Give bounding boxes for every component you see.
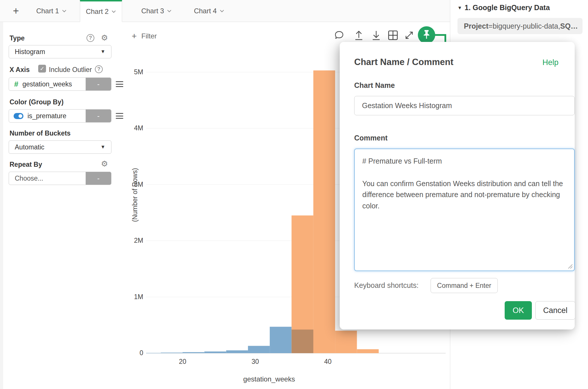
table-view-icon[interactable] <box>387 29 399 42</box>
include-outlier-checkbox[interactable]: ✓ <box>38 65 46 73</box>
filter-label[interactable]: Filter <box>142 32 157 40</box>
tab-label: Chart 4 <box>194 7 217 15</box>
x-axis-menu-icon[interactable] <box>116 81 123 87</box>
x-axis-tick: 30 <box>247 358 264 366</box>
histogram-bar[interactable] <box>335 331 357 353</box>
buckets-select[interactable]: Automatic ▼ <box>9 140 111 154</box>
color-field-name: is_premature <box>27 112 66 120</box>
download-icon[interactable] <box>370 29 383 42</box>
chevron-down-icon <box>111 10 116 13</box>
tab-label: Chart 3 <box>141 7 164 15</box>
chevron-down-icon: ▼ <box>100 49 105 55</box>
keyboard-shortcuts-label: Keyboard shortcuts: <box>354 281 418 290</box>
add-chart-button[interactable]: + <box>9 0 23 22</box>
type-gear-icon[interactable]: ⚙ <box>101 34 108 42</box>
y-axis-tick: 1M <box>123 293 143 301</box>
chart-name-comment-dialog: Chart Name / Comment Help Chart Name Com… <box>340 42 575 329</box>
histogram-bar[interactable] <box>313 71 335 353</box>
color-remove-button[interactable]: - <box>86 109 111 123</box>
x-axis-field-name: gestation_weeks <box>22 80 72 88</box>
x-axis-field-pill[interactable]: # gestation_weeks - <box>9 77 111 91</box>
boolean-type-icon <box>14 113 23 119</box>
help-link[interactable]: Help <box>542 58 558 67</box>
data-source-step-header[interactable]: ▾ 1. Google BigQuery Data <box>458 3 550 12</box>
summary-equals: = <box>488 22 493 30</box>
data-source-step-title: 1. Google BigQuery Data <box>465 3 550 12</box>
buckets-label: Number of Buckets <box>10 129 71 137</box>
outlier-help-icon[interactable]: ? <box>95 65 103 73</box>
left-gutter <box>0 22 3 389</box>
dialog-title: Chart Name / Comment <box>354 57 453 67</box>
y-axis-tick: 2M <box>123 237 143 244</box>
x-axis-remove-button[interactable]: - <box>86 77 111 91</box>
x-axis-label: X Axis <box>10 66 30 74</box>
tab-chart-2-active[interactable]: Chart 2 <box>80 0 122 22</box>
chevron-down-icon <box>62 10 67 12</box>
chart-name-input[interactable] <box>354 96 575 115</box>
summary-project-label: Project <box>464 22 488 30</box>
chevron-down-icon <box>220 10 224 12</box>
histogram-bar[interactable] <box>161 353 183 353</box>
type-label: Type <box>10 34 25 42</box>
chart-name-label: Chart Name <box>354 81 395 90</box>
x-axis-tick: 20 <box>174 358 191 366</box>
histogram-bar[interactable] <box>146 353 161 353</box>
chart-settings-sidebar: Type ? ⚙ Histogram ▼ X Axis ✓ Include Ou… <box>3 22 122 389</box>
expand-icon[interactable] <box>403 29 416 42</box>
histogram-bar[interactable] <box>292 329 313 353</box>
x-axis-title: gestation_weeks <box>203 375 336 383</box>
y-axis-tick: 5M <box>123 68 143 76</box>
summary-tail: SQ… <box>560 22 578 30</box>
histogram-bar[interactable] <box>357 349 378 353</box>
chart-tab-bar: + Chart 1 Chart 2 Chart 3 Chart 4 <box>0 0 450 22</box>
histogram-bar[interactable] <box>204 351 226 353</box>
color-group-label: Color (Group By) <box>10 98 64 106</box>
y-axis-tick: 0 <box>123 349 143 357</box>
x-axis-tick: 40 <box>319 358 337 366</box>
comment-textarea[interactable]: # Premature vs Full-term You can confirm… <box>354 149 575 271</box>
repeat-by-pill[interactable]: Choose... - <box>9 172 111 185</box>
chart-type-value: Histogram <box>15 48 45 56</box>
color-menu-icon[interactable] <box>116 113 123 119</box>
tab-chart-4[interactable]: Chart 4 <box>185 0 233 22</box>
tab-label: Chart 2 <box>86 8 109 16</box>
collapse-triangle-icon[interactable]: ▾ <box>458 4 461 11</box>
pushpin-icon <box>422 29 431 41</box>
data-source-summary-chip[interactable]: Project = bigquery-public-data, SQ… <box>457 18 583 34</box>
add-filter-icon[interactable]: + <box>132 32 137 40</box>
chevron-down-icon: ▼ <box>100 144 105 150</box>
comment-bubble-icon[interactable] <box>333 29 346 42</box>
cancel-button[interactable]: Cancel <box>535 301 575 320</box>
tab-chart-1[interactable]: Chart 1 <box>27 0 75 22</box>
y-axis-tick: 3M <box>123 181 143 188</box>
shortcut-key-badge: Command + Enter <box>431 278 498 293</box>
pin-comment-button[interactable] <box>418 26 435 44</box>
tab-label: Chart 1 <box>36 7 59 15</box>
repeat-by-gear-icon[interactable]: ⚙ <box>101 160 108 168</box>
histogram-bar[interactable] <box>248 346 270 353</box>
repeat-by-value: Choose... <box>15 175 43 182</box>
resize-grip-icon[interactable] <box>567 263 573 270</box>
type-help-icon[interactable]: ? <box>87 34 94 42</box>
tab-chart-3[interactable]: Chart 3 <box>133 0 180 22</box>
filter-row: + Filter <box>132 30 218 42</box>
histogram-bar[interactable] <box>183 352 204 353</box>
histogram-bar[interactable] <box>270 327 291 353</box>
buckets-value: Automatic <box>15 143 44 151</box>
ok-button[interactable]: OK <box>505 301 532 320</box>
numeric-type-icon: # <box>14 80 18 89</box>
chart-type-select[interactable]: Histogram ▼ <box>9 45 111 58</box>
y-axis-tick: 4M <box>123 124 143 132</box>
repeat-by-label: Repeat By <box>10 161 42 168</box>
repeat-by-remove-button[interactable]: - <box>86 172 111 185</box>
chevron-down-icon <box>167 10 172 12</box>
app-root: + Chart 1 Chart 2 Chart 3 Chart 4 <box>0 0 588 389</box>
comment-label: Comment <box>354 134 387 142</box>
upload-icon[interactable] <box>352 29 365 42</box>
histogram-bar[interactable] <box>226 350 248 353</box>
color-field-pill[interactable]: is_premature - <box>9 109 111 123</box>
include-outlier-label: Include Outlier <box>49 66 92 74</box>
pin-connector-line <box>444 34 446 43</box>
summary-value: bigquery-public-data, <box>493 22 560 30</box>
